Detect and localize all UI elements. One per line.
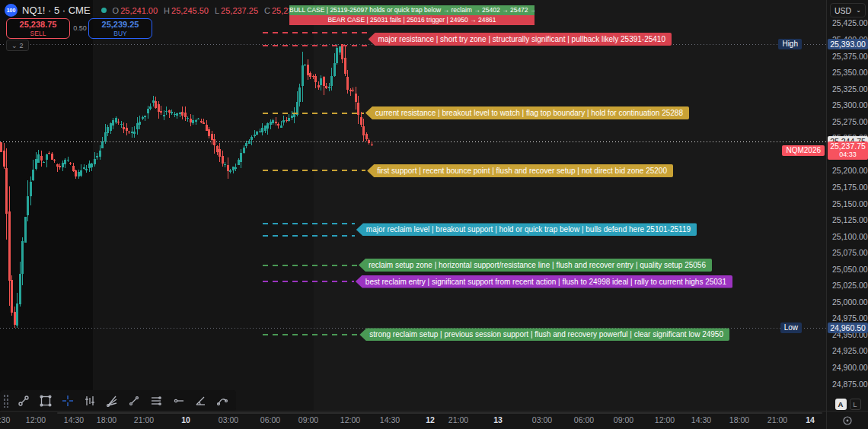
trading-platform-window: major resistance | short try zone | stru… [0,0,868,429]
sell-button[interactable]: 25,238.75 SELL [6,18,70,39]
chart-canvas[interactable]: major resistance | short try zone | stru… [0,0,826,411]
open-value: 25,241.00 [120,6,158,15]
candle-wick [286,117,287,123]
high-label-chip: High [778,39,802,49]
candle-body [27,196,29,216]
candle-body [240,153,242,162]
candle-body [314,76,317,82]
price-tick: 24,925.00 [827,346,868,355]
log-scale-button[interactable]: L [850,399,861,410]
price-level-label[interactable]: best reclaim entry | significant support… [356,275,732,288]
low-value: 25,237.25 [221,6,258,15]
candle-body [371,145,373,145]
price-level-dashed-line[interactable] [263,32,367,33]
horizontal-ray-icon[interactable] [167,391,189,411]
candle-body [344,58,346,74]
candle-body [21,241,24,275]
candle-body [203,122,205,124]
price-tick: 25,100.00 [827,232,868,241]
price-level-dashed-line[interactable] [263,281,354,282]
candle-body [318,85,320,87]
fan-lines-icon[interactable] [101,391,123,411]
timezone-settings-button[interactable] [826,412,868,429]
bear-case-banner[interactable]: BEAR CASE | 25031 fails | 25016 trigger … [289,15,535,25]
candle-body [256,132,258,134]
object-tree-badge[interactable]: ⌄ 2 [6,40,29,51]
bar-countdown: 04:33 [828,151,868,160]
price-level-label[interactable]: first support | recent bounce point | fl… [367,164,673,177]
price-tick: 25,275.00 [827,117,868,126]
toolbar-drag-handle[interactable] [3,394,9,408]
time-label: 14:30 [691,415,711,424]
candle-body [248,141,251,143]
price-tick: 25,125.00 [827,215,868,224]
bars-pattern-icon[interactable] [78,391,101,411]
time-label: 21:00 [767,415,787,424]
candle-body [139,122,141,125]
symbol-title[interactable]: NQ1! · 5 · CME [22,5,91,16]
candle-body [144,116,146,117]
candle-body [176,113,178,116]
candle-body [222,156,224,164]
price-level-dashed-line[interactable] [263,45,367,46]
trend-angle-icon[interactable] [189,391,211,411]
time-label-date: 10 [181,415,190,424]
chevron-down-icon: ⌄ [11,42,18,49]
chevron-down-icon: ⌄ [856,7,861,14]
rectangle-icon[interactable] [34,391,56,411]
currency-selector[interactable]: USD ⌄ [830,3,866,17]
price-level-dashed-line[interactable] [263,334,358,335]
price-axis[interactable]: USD ⌄ 25,425.0025,400.0025,375.0025,350.… [826,0,868,411]
candle-body [197,119,199,119]
candle-body [126,128,128,131]
price-level-dashed-line[interactable] [263,113,364,114]
candle-body [245,143,247,145]
price-level-label[interactable]: strong reclaim setup | previous session … [359,328,729,341]
candle-body [8,211,11,281]
price-level-dashed-line[interactable] [263,170,365,171]
price-level-label[interactable]: major resistance | short try zone | stru… [369,33,672,46]
candle-body [101,141,104,148]
time-scrollbar[interactable] [57,412,822,414]
price-level-label[interactable]: reclaim setup zone | horizontal support/… [359,259,712,272]
time-label: 12:00 [340,415,360,424]
candle-body [147,109,149,113]
candle-body [117,122,120,122]
candle-body [235,167,237,169]
candle-body [69,163,72,164]
candle-body [30,182,32,197]
price-level-dashed-line[interactable] [263,265,357,266]
auto-scale-button[interactable]: A [835,399,847,410]
candle-body [46,154,48,160]
crosshair-icon[interactable] [56,391,78,411]
drawing-toolbar [0,390,236,411]
contract-chip: NQM2026 [782,145,825,156]
time-axis[interactable]: :3012:0014:3018:0021:001003:0006:0009:00… [0,411,868,429]
price-tick: 25,075.00 [827,248,868,257]
candle-body [243,148,245,153]
buy-button[interactable]: 25,239.25 BUY [88,18,152,39]
candle-body [195,120,197,122]
price-tick: 24,900.00 [827,363,868,372]
market-status-dot-icon [101,8,107,13]
price-level-label[interactable]: current resistance | breakout level to w… [365,106,689,119]
time-label-date: 14 [806,415,815,424]
price-level-label[interactable]: major reclaim level | breakout support |… [356,223,697,236]
price-level-dashed-line[interactable] [263,223,355,224]
time-label: 21:00 [134,415,154,424]
trend-line-icon[interactable] [12,391,34,411]
curve-icon[interactable] [211,391,233,411]
candle-body [40,156,43,160]
sell-price: 25,238.75 [7,19,69,30]
parallel-channel-icon[interactable] [145,391,167,411]
price-level-dashed-line[interactable] [263,235,355,237]
candle-body [163,115,165,116]
ray-line-icon[interactable] [123,391,145,411]
candle-body [80,170,82,176]
candle-body [24,217,27,243]
bull-case-banner[interactable]: BULL CASE | 25119-25097 holds or quick t… [289,5,535,15]
time-label: 03:00 [532,415,552,424]
candle-body [171,112,173,113]
time-label: 09:00 [614,415,633,424]
candle-body [51,154,53,159]
